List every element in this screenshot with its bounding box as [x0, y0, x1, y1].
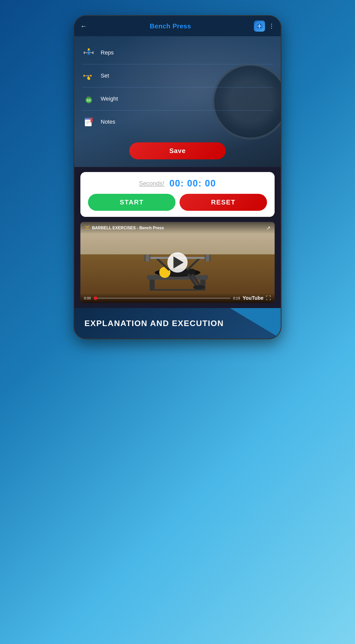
set-input[interactable] [248, 72, 273, 79]
exercise-section: Reps Set [74, 36, 281, 167]
reps-label: Reps [101, 49, 248, 56]
start-button[interactable]: START [88, 194, 175, 211]
svg-line-40 [188, 259, 199, 270]
video-title-text: BARBELL EXERCISES - Bench Press [92, 226, 164, 230]
timer-section: Seconds! 00: 00: 00 START RESET [80, 172, 275, 217]
svg-text:PRO: PRO [257, 28, 261, 30]
timer-label: Seconds! [139, 180, 164, 187]
app-logo-icon: PRO [254, 21, 265, 32]
play-triangle-icon [173, 256, 184, 269]
svg-rect-45 [206, 254, 209, 261]
svg-line-15 [89, 53, 90, 55]
video-time-end: 0:19 [233, 296, 240, 300]
svg-rect-30 [91, 118, 93, 122]
timer-value: 00: 00: 00 [169, 178, 216, 189]
youtube-logo: YouTube [242, 295, 263, 301]
set-row: Set [82, 64, 273, 87]
notes-row: Notes [82, 110, 273, 133]
bottom-banner: EXPLANATION AND EXECUTION [74, 308, 281, 338]
banner-text: EXPLANATION AND EXECUTION [84, 319, 224, 328]
reps-row: Reps [82, 41, 273, 64]
weight-label: Weight [101, 96, 248, 102]
weight-row: KG Weight [82, 87, 273, 110]
svg-rect-33 [150, 280, 155, 290]
menu-button[interactable]: ⋮ [269, 23, 275, 30]
notes-label: Notes [101, 119, 248, 125]
video-thumbnail: 🏋️ BARBELL EXERCISES - Bench Press ↗ 0:0… [80, 222, 275, 303]
fullscreen-icon[interactable]: ⛶ [266, 295, 271, 301]
notes-icon [82, 115, 96, 129]
reset-button[interactable]: RESET [180, 194, 267, 211]
page-title: Bench Press [150, 22, 191, 30]
header-right: PRO ⋮ [254, 21, 275, 32]
timer-buttons: START RESET [88, 194, 267, 211]
reps-icon [82, 46, 96, 60]
video-bottom-bar: 0:00 0:19 YouTube ⛶ [80, 293, 275, 303]
play-button[interactable] [167, 252, 188, 273]
video-progress-dot [94, 296, 97, 300]
banner-triangle-decoration [230, 308, 281, 338]
svg-point-10 [88, 48, 90, 50]
video-section: 🏋️ BARBELL EXERCISES - Bench Press ↗ 0:0… [80, 222, 275, 303]
set-label: Set [101, 72, 248, 79]
app-header: ← Bench Press PRO ⋮ [74, 16, 281, 36]
exercise-form: Reps Set [74, 36, 281, 138]
video-fitness-icon: 🏋️ [84, 225, 90, 231]
svg-rect-19 [90, 75, 90, 76]
save-btn-wrapper: Save [74, 138, 281, 167]
weight-input[interactable] [248, 96, 273, 102]
back-button[interactable]: ← [80, 22, 87, 30]
svg-rect-43 [146, 254, 149, 261]
set-icon [82, 69, 96, 83]
svg-text:KG: KG [87, 99, 91, 102]
svg-rect-18 [85, 75, 90, 76]
svg-rect-20 [90, 75, 92, 77]
video-title: 🏋️ BARBELL EXERCISES - Bench Press [84, 225, 164, 231]
save-button[interactable]: Save [129, 142, 226, 159]
share-icon[interactable]: ↗ [266, 225, 271, 231]
video-progress-bar[interactable] [93, 298, 230, 299]
video-top-bar: 🏋️ BARBELL EXERCISES - Bench Press ↗ [80, 222, 275, 234]
svg-rect-16 [83, 75, 85, 77]
svg-point-49 [197, 285, 205, 289]
weight-icon: KG [82, 92, 96, 106]
svg-rect-6 [84, 51, 85, 54]
svg-rect-23 [87, 96, 91, 97]
phone-container: ← Bench Press PRO ⋮ [74, 15, 281, 339]
svg-rect-17 [85, 75, 85, 76]
reps-input[interactable] [248, 49, 273, 56]
svg-rect-8 [93, 51, 94, 54]
timer-display-row: Seconds! 00: 00: 00 [88, 178, 267, 189]
notes-input[interactable] [248, 119, 273, 125]
video-time-start: 0:00 [84, 296, 91, 300]
